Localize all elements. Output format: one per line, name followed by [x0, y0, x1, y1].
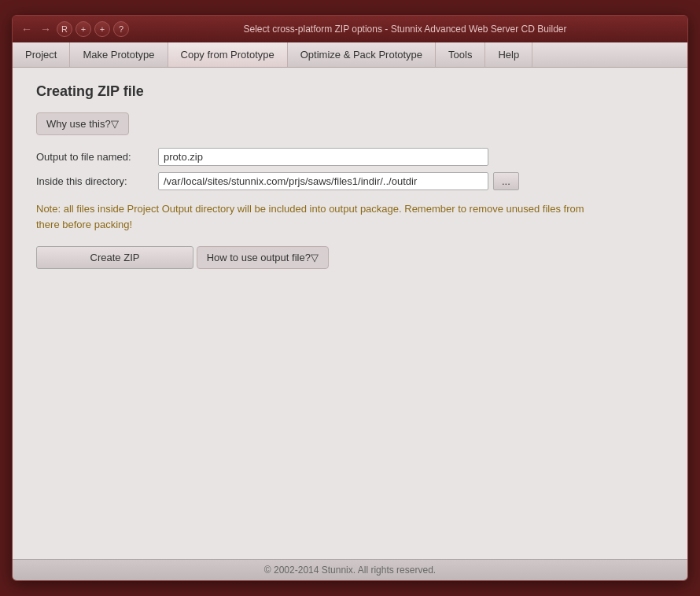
- why-use-this-section[interactable]: Why use this?▽: [36, 112, 129, 135]
- content-area: Creating ZIP file Why use this?▽ Output …: [13, 68, 687, 559]
- menu-copy-from-prototype[interactable]: Copy from Prototype: [168, 42, 288, 67]
- directory-label: Inside this directory:: [36, 175, 158, 187]
- how-to-use-section[interactable]: How to use output file?▽: [197, 246, 329, 269]
- help-icon-button[interactable]: ?: [113, 21, 129, 37]
- add-button[interactable]: +: [76, 21, 91, 37]
- output-file-input[interactable]: [158, 148, 488, 166]
- directory-input[interactable]: [158, 172, 488, 190]
- copyright-text: © 2002-2014 Stunnix. All rights reserved…: [264, 565, 436, 576]
- r-button[interactable]: R: [57, 21, 72, 37]
- directory-row: Inside this directory: ...: [36, 172, 664, 190]
- main-window: ← → R + + ? Select cross-platform ZIP op…: [12, 15, 688, 581]
- output-file-row: Output to file named:: [36, 148, 664, 166]
- statusbar: © 2002-2014 Stunnix. All rights reserved…: [13, 559, 687, 580]
- why-use-this-label: Why use this?▽: [46, 118, 119, 130]
- create-zip-button[interactable]: Create ZIP: [36, 246, 193, 269]
- menu-tools[interactable]: Tools: [436, 42, 485, 67]
- titlebar-left-controls: ← → R + + ?: [19, 21, 129, 37]
- titlebar: ← → R + + ? Select cross-platform ZIP op…: [13, 16, 687, 42]
- note-text: Note: all files inside Project Output di…: [36, 201, 587, 232]
- menu-make-prototype[interactable]: Make Prototype: [70, 42, 168, 67]
- back-arrow-icon[interactable]: ←: [19, 21, 35, 37]
- output-file-label: Output to file named:: [36, 151, 158, 163]
- page-title: Creating ZIP file: [36, 83, 664, 100]
- menu-optimize-pack[interactable]: Optimize & Pack Prototype: [288, 42, 436, 67]
- menu-help[interactable]: Help: [485, 42, 532, 67]
- menubar: Project Make Prototype Copy from Prototy…: [13, 42, 687, 68]
- menu-project[interactable]: Project: [13, 42, 70, 67]
- browse-button[interactable]: ...: [493, 172, 519, 190]
- window-title: Select cross-platform ZIP options - Stun…: [129, 24, 681, 35]
- forward-arrow-icon[interactable]: →: [38, 21, 53, 37]
- add2-button[interactable]: +: [94, 21, 110, 37]
- how-to-use-label: How to use output file?▽: [207, 252, 319, 263]
